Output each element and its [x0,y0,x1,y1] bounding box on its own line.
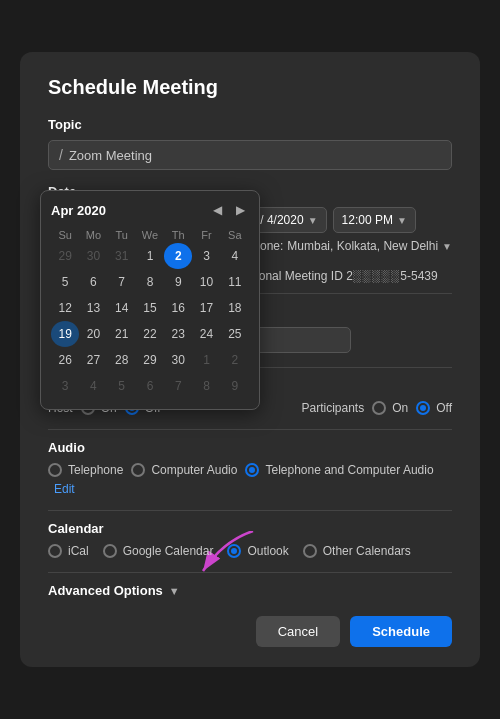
participants-label: Participants [301,401,364,415]
participants-off-option[interactable]: Off [416,401,452,415]
cal-day[interactable]: 1 [136,243,164,269]
cal-day[interactable]: 7 [108,269,136,295]
audio-edit-link[interactable]: Edit [54,482,75,496]
participants-on-radio[interactable] [372,401,386,415]
other-calendars-option[interactable]: Other Calendars [303,544,411,558]
cal-day[interactable]: 1 [192,347,220,373]
cal-day[interactable]: 5 [108,373,136,399]
cal-day[interactable]: 9 [164,269,192,295]
cancel-button[interactable]: Cancel [256,616,340,647]
end-time-value: 12:00 PM [342,213,393,227]
end-date-value: 2/ 4/2020 [254,213,304,227]
schedule-button[interactable]: Schedule [350,616,452,647]
cal-header-mo: Mo [79,227,107,243]
cal-day[interactable]: 6 [136,373,164,399]
topic-label: Topic [48,117,452,132]
cal-day[interactable]: 30 [79,243,107,269]
cal-day[interactable]: 10 [192,269,220,295]
cal-day[interactable]: 6 [79,269,107,295]
advanced-options-row[interactable]: Advanced Options ▼ [48,583,452,598]
cal-header-th: Th [164,227,192,243]
cal-day[interactable]: 20 [79,321,107,347]
cal-day-today[interactable]: 2 [164,243,192,269]
participants-on-option[interactable]: On [372,401,408,415]
ical-radio[interactable] [48,544,62,558]
audio-row: Telephone Computer Audio Telephone and C… [48,463,452,477]
outlook-radio[interactable] [227,544,241,558]
cal-day[interactable]: 9 [221,373,249,399]
cal-day[interactable]: 4 [221,243,249,269]
cal-day[interactable]: 14 [108,295,136,321]
cal-day[interactable]: 23 [164,321,192,347]
advanced-options-label: Advanced Options [48,583,163,598]
cal-day[interactable]: 8 [192,373,220,399]
telephone-option[interactable]: Telephone [48,463,123,477]
outlook-label: Outlook [247,544,288,558]
cal-day[interactable]: 28 [108,347,136,373]
ical-option[interactable]: iCal [48,544,89,558]
cal-day[interactable]: 22 [136,321,164,347]
cal-day[interactable]: 2 [221,347,249,373]
cal-prev-btn[interactable]: ◀ [209,201,226,219]
cal-day[interactable]: 5 [51,269,79,295]
cal-header-su: Su [51,227,79,243]
both-audio-radio[interactable] [245,463,259,477]
computer-audio-label: Computer Audio [151,463,237,477]
cal-header-sa: Sa [221,227,249,243]
cal-month: Apr 2020 [51,203,106,218]
outlook-option[interactable]: Outlook [227,544,288,558]
both-audio-option[interactable]: Telephone and Computer Audio [245,463,433,477]
google-calendar-radio[interactable] [103,544,117,558]
audio-label: Audio [48,440,452,455]
cal-day[interactable]: 31 [108,243,136,269]
cal-day[interactable]: 29 [136,347,164,373]
cal-header-we: We [136,227,164,243]
ical-label: iCal [68,544,89,558]
modal-title: Schedule Meeting [48,76,452,99]
end-time-select[interactable]: 12:00 PM ▼ [333,207,416,233]
google-calendar-option[interactable]: Google Calendar [103,544,214,558]
cal-next-btn[interactable]: ▶ [232,201,249,219]
cal-day[interactable]: 11 [221,269,249,295]
cal-day[interactable]: 19 [51,321,79,347]
telephone-radio[interactable] [48,463,62,477]
cal-header-fr: Fr [192,227,220,243]
both-audio-label: Telephone and Computer Audio [265,463,433,477]
cal-day[interactable]: 29 [51,243,79,269]
cal-day[interactable]: 30 [164,347,192,373]
cal-day[interactable]: 13 [79,295,107,321]
cal-grid: Su Mo Tu We Th Fr Sa 29 30 31 1 2 3 4 5 … [51,227,249,399]
cal-day[interactable]: 21 [108,321,136,347]
cal-day[interactable]: 3 [192,243,220,269]
participants-off-radio[interactable] [416,401,430,415]
button-row: Cancel Schedule [48,616,452,647]
cal-day[interactable]: 24 [192,321,220,347]
topic-input[interactable]: / Zoom Meeting [48,140,452,170]
cal-day[interactable]: 4 [79,373,107,399]
cal-day[interactable]: 8 [136,269,164,295]
computer-audio-option[interactable]: Computer Audio [131,463,237,477]
cal-day[interactable]: 27 [79,347,107,373]
end-date-arrow-icon: ▼ [308,215,318,226]
personal-id-label: Personal Meeting ID 2░░░░░5-5439 [234,269,438,283]
google-calendar-label: Google Calendar [123,544,214,558]
cal-day[interactable]: 17 [192,295,220,321]
participants-on-label: On [392,401,408,415]
end-time-arrow-icon: ▼ [397,215,407,226]
participants-off-label: Off [436,401,452,415]
timezone-arrow-icon: ▼ [442,241,452,252]
calendar-popup: Apr 2020 ◀ ▶ Su Mo Tu We Th Fr Sa 29 30 … [40,190,260,410]
cal-day[interactable]: 26 [51,347,79,373]
cal-day[interactable]: 25 [221,321,249,347]
topic-slash: / [59,147,63,163]
cal-day[interactable]: 3 [51,373,79,399]
cal-day[interactable]: 15 [136,295,164,321]
cal-day[interactable]: 7 [164,373,192,399]
advanced-chevron-icon: ▼ [169,585,180,597]
cal-day[interactable]: 12 [51,295,79,321]
other-calendars-radio[interactable] [303,544,317,558]
computer-audio-radio[interactable] [131,463,145,477]
calendar-section-label: Calendar [48,521,452,536]
cal-day[interactable]: 16 [164,295,192,321]
cal-day[interactable]: 18 [221,295,249,321]
